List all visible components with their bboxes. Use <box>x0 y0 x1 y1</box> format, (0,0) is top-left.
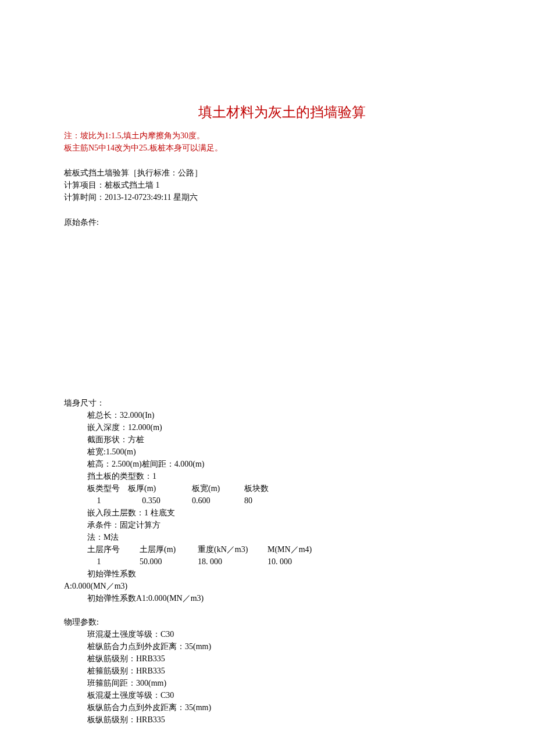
soil-row-m: 10. 000 <box>268 556 292 568</box>
soil-table-header: 土层序号 土层厚(m) 重度(kN／m3) M(MN／m4) <box>87 543 500 556</box>
board-row-count: 80 <box>244 495 252 507</box>
soil-row-seq: 1 <box>87 556 110 568</box>
pile-height-spacing: 桩高：2.500(m)桩间距：4.000(m) <box>87 458 500 470</box>
document-title: 填土材料为灰土的挡墙验算 <box>64 102 500 123</box>
board-header-count: 板块数 <box>244 482 269 495</box>
note-line-2: 板主筋N5中14改为中25.板桩本身可以满足。 <box>64 142 500 154</box>
meta-project: 计算项目：桩板式挡土墙 1 <box>64 179 500 191</box>
board-header-thickness: 板厚(m) <box>128 482 192 495</box>
soil-row-thickness: 50.000 <box>140 556 198 568</box>
board-rebar-grade: 板纵筋级别：HRB335 <box>87 714 500 726</box>
pile-rebar-grade: 桩纵筋级别：HRB335 <box>87 653 500 665</box>
pile-total-length: 桩总长：32.000(In) <box>87 409 500 421</box>
initial-elastic-1-value: A:0.000(MN／m3) <box>64 580 500 592</box>
board-rebar-distance: 板纵筋合力点到外皮距离：35(mm) <box>87 701 500 714</box>
original-conditions-heading: 原始条件: <box>64 216 500 228</box>
soil-header-seq: 土层序号 <box>87 543 140 556</box>
initial-elastic-1-label: 初始弹性系数 <box>87 568 500 580</box>
embed-layers: 嵌入段土层数：1 柱底支 <box>87 507 500 519</box>
section-shape: 截面形状：方桩 <box>87 433 500 446</box>
wall-dimensions-heading: 墙身尺寸： <box>64 397 500 409</box>
board-concrete-grade: 板混凝土强度等级：C30 <box>87 689 500 701</box>
soil-row-weight: 18. 000 <box>198 556 268 568</box>
board-header-width: 板宽(m) <box>192 482 244 495</box>
support-condition: 承条件：固定计算方 <box>87 519 500 531</box>
initial-elastic-2: 初始弹性系数A1:0.000(MN／m3) <box>87 592 500 604</box>
meta-time: 计算时间：2013-12-0723:49:11 星期六 <box>64 191 500 203</box>
soil-table-row: 1 50.000 18. 000 10. 000 <box>87 556 500 568</box>
calc-method: 法：M法 <box>87 531 500 543</box>
pile-rebar-distance: 桩纵筋合力点到外皮距离：35(mm) <box>87 640 500 653</box>
pile-stirrup-grade: 桩箍筋级别：HRB335 <box>87 665 500 677</box>
board-row-width: 0.600 <box>192 495 244 507</box>
soil-header-m: M(MN／m4) <box>268 543 312 556</box>
board-table-row: 1 0.350 0.600 80 <box>87 495 500 507</box>
pile-width: 桩宽:1.500(m) <box>87 446 500 458</box>
concrete-grade: 班混凝土强度等级：C30 <box>87 628 500 640</box>
meta-standard: 桩板式挡土墙验算［执行标准：公路］ <box>64 167 500 179</box>
soil-header-weight: 重度(kN／m3) <box>198 543 268 556</box>
soil-header-thickness: 土层厚(m) <box>140 543 198 556</box>
note-line-1: 注：坡比为1:1.5,填土内摩擦角为30度。 <box>64 130 500 142</box>
board-row-thickness: 0.350 <box>110 495 192 507</box>
physical-params-heading: 物理参数: <box>64 616 500 628</box>
board-header-type: 板类型号 <box>87 482 128 495</box>
embed-depth: 嵌入深度：12.000(m) <box>87 421 500 433</box>
board-row-type: 1 <box>87 495 110 507</box>
board-table-header: 板类型号 板厚(m) 板宽(m) 板块数 <box>87 482 500 495</box>
board-types: 挡土板的类型数：1 <box>87 470 500 482</box>
stirrup-spacing: 班箍筋间距：300(mm) <box>87 677 500 689</box>
